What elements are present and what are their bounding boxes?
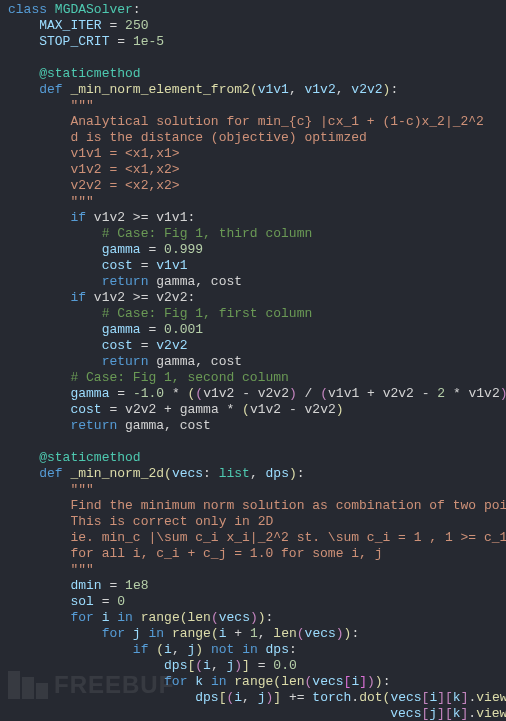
- var: cost: [102, 338, 133, 353]
- var: cost: [102, 258, 133, 273]
- param: v1v2: [305, 82, 336, 97]
- cond: v1v2 >= v2v2:: [94, 290, 195, 305]
- return-vals: gamma, cost: [156, 354, 242, 369]
- docstring-line: d is the distance (objective) optimzed: [8, 130, 367, 145]
- param: v1v1: [258, 82, 289, 97]
- docstring-line: for all i, c_i + c_j = 1.0 for some i, j: [8, 546, 382, 561]
- param: vecs: [172, 466, 203, 481]
- type-ann: list: [219, 466, 250, 481]
- var: gamma: [102, 322, 141, 337]
- comment: # Case: Fig 1, first column: [102, 306, 313, 321]
- num: 1e8: [125, 578, 148, 593]
- keyword-return: return: [70, 418, 117, 433]
- num: 0: [117, 594, 125, 609]
- return-vals: gamma, cost: [125, 418, 211, 433]
- var: v2v2: [156, 338, 187, 353]
- var: dmin: [70, 578, 101, 593]
- docstring: """: [70, 194, 93, 209]
- docstring-line: v1v2 = <x1,x2>: [8, 162, 180, 177]
- docstring: """: [70, 562, 93, 577]
- param: v2v2: [351, 82, 382, 97]
- decorator: @staticmethod: [39, 450, 140, 465]
- docstring-line: This is correct only in 2D: [8, 514, 273, 529]
- code-editor[interactable]: class MGDASolver: MAX_ITER = 250 STOP_CR…: [0, 0, 506, 721]
- docstring-line: v2v2 = <x2,x2>: [8, 178, 180, 193]
- fn2-name: _min_norm_2d: [70, 466, 164, 481]
- decorator: @staticmethod: [39, 66, 140, 81]
- const-stop-crit: STOP_CRIT: [39, 34, 109, 49]
- keyword-if: if: [70, 210, 86, 225]
- keyword-def: def: [39, 466, 62, 481]
- num: 0.999: [164, 242, 203, 257]
- num: 1e-5: [133, 34, 164, 49]
- comment: # Case: Fig 1, second column: [70, 370, 288, 385]
- docstring: """: [70, 482, 93, 497]
- keyword-class: class: [8, 2, 47, 17]
- docstring-line: Analytical solution for min_{c} |cx_1 + …: [8, 114, 484, 129]
- fn1-name: _min_norm_element_from2: [70, 82, 249, 97]
- comment: # Case: Fig 1, third column: [102, 226, 313, 241]
- var: gamma: [102, 242, 141, 257]
- var: sol: [70, 594, 93, 609]
- class-name: MGDASolver: [55, 2, 133, 17]
- num: 250: [125, 18, 148, 33]
- docstring: """: [70, 98, 93, 113]
- param: dps: [266, 466, 289, 481]
- docstring-line: v1v1 = <x1,x1>: [8, 146, 180, 161]
- const-max-iter: MAX_ITER: [39, 18, 101, 33]
- num: 0.001: [164, 322, 203, 337]
- docstring-line: Find the minimum norm solution as combin…: [8, 498, 506, 513]
- keyword-def: def: [39, 82, 62, 97]
- keyword-return: return: [102, 274, 149, 289]
- return-vals: gamma, cost: [156, 274, 242, 289]
- docstring-line: ie. min_c |\sum c_i x_i|_2^2 st. \sum c_…: [8, 530, 506, 545]
- keyword-return: return: [102, 354, 149, 369]
- keyword-if: if: [70, 290, 86, 305]
- var: v1v1: [156, 258, 187, 273]
- cond: v1v2 >= v1v1:: [94, 210, 195, 225]
